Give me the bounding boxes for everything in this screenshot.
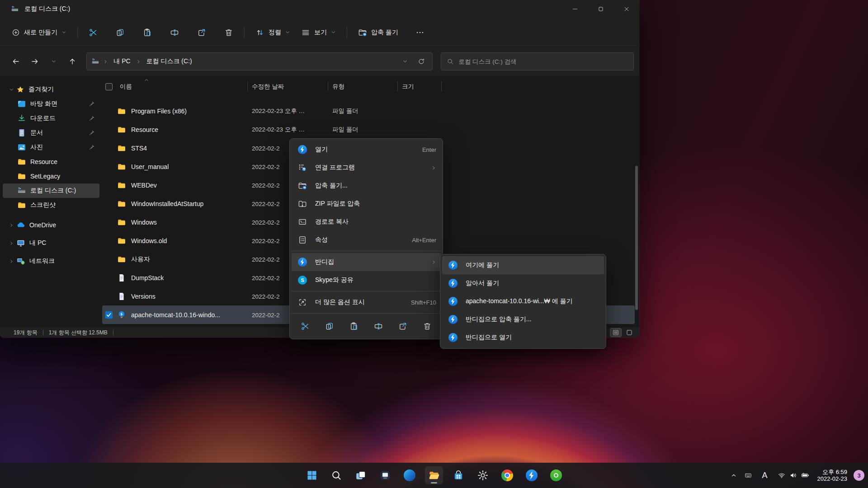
close-button[interactable] xyxy=(613,0,639,18)
back-button[interactable] xyxy=(8,54,24,69)
taskbar-clock[interactable]: 오후 6:59 2022-02-23 xyxy=(814,469,851,482)
sidebar-item-setlegacy[interactable]: SetLegacy xyxy=(3,169,99,183)
search-box[interactable] xyxy=(441,52,634,70)
taskbar-search[interactable] xyxy=(327,466,345,484)
sort-button[interactable]: 정렬 xyxy=(250,24,296,41)
window-title: 로컬 디스크 (C:) xyxy=(24,5,70,13)
menu-shortcut: Alt+Enter xyxy=(412,237,436,244)
context-menu-item-bandizip[interactable]: 반디집 xyxy=(292,253,441,271)
breadcrumb-current[interactable]: 로컬 디스크 (C:) xyxy=(145,56,194,66)
tray-ime-keyboard[interactable] xyxy=(742,466,755,484)
taskbar-start[interactable] xyxy=(303,466,321,484)
column-headers: 이름 수정한 날짜 유형 크기 xyxy=(102,76,639,97)
taskbar-app-edge[interactable] xyxy=(401,466,419,484)
sidebar-item-screenshots[interactable]: 스크린샷 xyxy=(3,198,99,212)
context-menu-item-extract[interactable]: 압축 풀기... xyxy=(292,177,441,195)
row-checkbox[interactable] xyxy=(105,311,113,319)
quick-copy-button[interactable] xyxy=(321,317,339,335)
folder-icon xyxy=(17,172,26,181)
submenu-item-extract-smart[interactable]: 알아서 풀기 xyxy=(442,274,604,292)
more-button[interactable] xyxy=(410,24,430,41)
rename-button[interactable] xyxy=(165,24,184,41)
context-menu-item-compress-zip[interactable]: ZIP 파일로 압축 xyxy=(292,195,441,213)
app-edge-icon xyxy=(404,469,415,481)
chrome-icon xyxy=(501,469,513,481)
taskbar-file-explorer[interactable] xyxy=(425,466,443,484)
extract-button[interactable]: 압축 풀기 xyxy=(353,24,404,41)
forward-button[interactable] xyxy=(27,54,42,69)
quick-share-button[interactable] xyxy=(394,317,412,335)
quick-trash-button[interactable] xyxy=(418,317,436,335)
tray-hidden-icons[interactable] xyxy=(727,466,740,484)
chevron-right-icon xyxy=(136,59,141,64)
share-button[interactable] xyxy=(192,24,212,41)
large-icons-view-toggle[interactable] xyxy=(624,328,635,337)
context-menu-item-copy-path[interactable]: 경로로 복사 xyxy=(292,213,441,231)
context-menu-item-properties[interactable]: 속성 Alt+Enter xyxy=(292,231,441,249)
delete-button[interactable] xyxy=(219,24,239,41)
sidebar-item-documents[interactable]: 문서 xyxy=(3,126,99,140)
address-dropdown-icon[interactable] xyxy=(402,59,408,64)
taskbar-store[interactable] xyxy=(449,466,467,484)
file-name: WindowInstalledAtStartup xyxy=(131,200,203,207)
file-row[interactable]: Program Files (x86) 2022-02-23 오후 … 파일 폴… xyxy=(102,102,635,120)
details-view-toggle[interactable] xyxy=(610,328,621,337)
quick-rename-button[interactable] xyxy=(369,317,387,335)
context-menu-item-show-more-options[interactable]: 더 많은 옵션 표시 Shift+F10 xyxy=(292,293,441,311)
column-label: 이름 xyxy=(120,83,132,91)
quick-paste-button[interactable] xyxy=(345,317,363,335)
taskbar-app-monitor[interactable] xyxy=(376,466,394,484)
view-button[interactable]: 보기 xyxy=(296,24,341,41)
sidebar-item-resource[interactable]: Resource xyxy=(3,155,99,169)
breadcrumb-root[interactable]: 내 PC xyxy=(112,56,132,66)
sidebar-item-local-disk-c[interactable]: 로컬 디스크 (C:) xyxy=(3,183,99,198)
vertical-scrollbar[interactable] xyxy=(635,166,638,310)
tray-ime-korean[interactable]: A xyxy=(756,466,773,484)
select-all-checkbox[interactable] xyxy=(105,83,113,90)
column-header-date[interactable]: 수정한 날짜 xyxy=(247,83,328,91)
tray-status-cluster[interactable] xyxy=(775,466,812,484)
sidebar-item-desktop[interactable]: 바탕 화면 xyxy=(3,97,99,111)
bandizip-icon xyxy=(298,145,307,154)
search-icon xyxy=(330,469,342,481)
paste-button[interactable] xyxy=(137,24,157,41)
taskbar-app-green[interactable] xyxy=(547,466,565,484)
sidebar-item-network[interactable]: 네트워크 xyxy=(3,254,99,268)
refresh-icon[interactable] xyxy=(418,58,425,65)
recent-locations-button[interactable] xyxy=(46,54,61,69)
sidebar-item-pictures[interactable]: 사진 xyxy=(3,140,99,155)
context-menu-item-share-skype[interactable]: S Skype와 공유 xyxy=(292,271,441,289)
taskbar-settings[interactable] xyxy=(474,466,492,484)
column-header-name[interactable]: 이름 xyxy=(102,83,247,91)
sidebar-item-this-pc[interactable]: 내 PC xyxy=(3,236,99,250)
titlebar[interactable]: 로컬 디스크 (C:) xyxy=(0,0,639,18)
quick-scissors-button[interactable] xyxy=(296,317,314,335)
sidebar-item-favorites[interactable]: 즐겨찾기 xyxy=(3,82,99,97)
notification-badge[interactable]: 3 xyxy=(854,470,864,481)
context-menu-item-open-with[interactable]: 연결 프로그램 xyxy=(292,159,441,177)
column-header-type[interactable]: 유형 xyxy=(328,83,397,91)
sidebar-item-downloads[interactable]: 다운로드 xyxy=(3,111,99,126)
submenu-item-extract-here[interactable]: 여기에 풀기 xyxy=(442,256,604,274)
extract-icon xyxy=(358,28,367,37)
taskbar-task-view[interactable] xyxy=(352,466,370,484)
new-button[interactable]: 새로 만들기 xyxy=(6,25,72,40)
context-menu-item-open[interactable]: 열기 Enter xyxy=(292,141,441,159)
submenu-item-bandizip-open[interactable]: 반디집으로 열기 xyxy=(442,328,604,347)
sidebar-item-onedrive[interactable]: OneDrive xyxy=(3,218,99,232)
submenu-item-bandizip-extract[interactable]: 반디집으로 압축 풀기... xyxy=(442,310,604,328)
copy-button[interactable] xyxy=(110,24,130,41)
column-header-size[interactable]: 크기 xyxy=(397,83,441,91)
taskbar-chrome[interactable] xyxy=(498,466,516,484)
submenu-item-extract-to-folder[interactable]: apache-tomcat-10.0.16-wi...₩ 에 풀기 xyxy=(442,292,604,310)
taskbar: A 오후 6:59 2022-02-23 3 xyxy=(0,463,868,488)
file-row[interactable]: Resource 2022-02-23 오후 … 파일 폴더 xyxy=(102,120,635,139)
maximize-button[interactable] xyxy=(588,0,613,18)
cut-button[interactable] xyxy=(83,24,103,41)
search-input[interactable] xyxy=(458,58,628,65)
scissors-icon xyxy=(89,28,98,37)
minimize-button[interactable] xyxy=(562,0,588,18)
taskbar-bandizip[interactable] xyxy=(523,466,541,484)
up-button[interactable] xyxy=(65,54,80,69)
address-bar[interactable]: 내 PC 로컬 디스크 (C:) xyxy=(86,52,433,70)
